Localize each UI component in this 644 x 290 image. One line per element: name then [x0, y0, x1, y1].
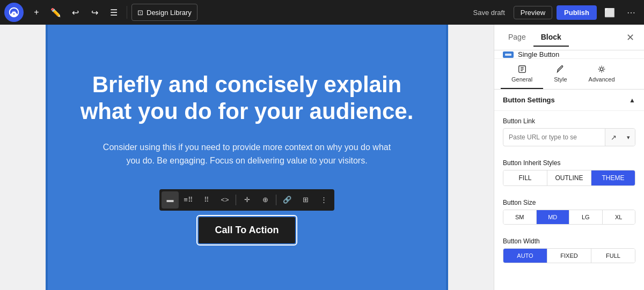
inherit-styles-group: FILL OUTLINE THEME — [503, 170, 635, 186]
panel-close-button[interactable]: ✕ — [623, 30, 638, 45]
layout-icon-button[interactable]: ⬜ — [601, 4, 618, 21]
cta-button[interactable]: Call To Action — [199, 217, 295, 243]
toolbar-button-add[interactable]: ⊕ — [257, 191, 274, 209]
canvas: Briefly and concisely explain what you d… — [46, 25, 448, 290]
block-type-label: Single Button — [518, 50, 559, 58]
style-label: Style — [554, 76, 567, 83]
size-label: Button Size — [494, 192, 644, 206]
width-label: Button Width — [494, 231, 644, 245]
topbar-right: Save draft Preview Publish ⬜ ⋯ — [469, 4, 640, 21]
block-type-row: Single Button — [494, 50, 644, 59]
svg-point-6 — [600, 68, 603, 70]
url-dropdown-icon[interactable]: ▾ — [622, 129, 635, 146]
tab-advanced[interactable]: Advanced — [578, 59, 626, 89]
collapse-button[interactable]: ▲ — [629, 96, 635, 104]
button-settings-header: Button Settings ▲ — [494, 90, 644, 111]
advanced-label: Advanced — [589, 76, 615, 83]
url-open-icon[interactable]: ↗ — [605, 129, 622, 146]
xl-button[interactable]: XL — [603, 210, 635, 224]
undo-button[interactable]: ↩ — [67, 4, 84, 21]
tab-block[interactable]: Block — [533, 28, 569, 47]
settings-title: Button Settings — [503, 96, 555, 104]
single-button-icon — [503, 51, 514, 58]
toolbar-button-link[interactable]: 🔗 — [279, 191, 296, 209]
size-group: SM MD LG XL — [503, 210, 635, 225]
design-library-icon: ⊡ — [137, 9, 143, 17]
canvas-subtext: Consider using this if you need to provi… — [97, 140, 397, 168]
block-toolbar: ▬ ≡⠿ ⠿ <> ✛ ⊕ 🔗 ⊞ ⋮ — [159, 189, 334, 211]
button-link-label: Button Link — [494, 111, 644, 125]
design-library-button[interactable]: ⊡ Design Library — [131, 4, 197, 21]
tab-page[interactable]: Page — [501, 28, 533, 47]
inherit-styles-label: Button Inherit Styles — [494, 153, 644, 167]
tab-style[interactable]: Style — [543, 59, 577, 89]
url-input[interactable] — [503, 130, 605, 145]
theme-button[interactable]: THEME — [591, 170, 635, 185]
divider — [127, 6, 127, 19]
url-input-row: ↗ ▾ — [503, 128, 635, 146]
fill-button[interactable]: FILL — [503, 170, 547, 185]
toolbar-button-move[interactable]: ✛ — [238, 191, 255, 209]
edit-button[interactable]: ✏️ — [47, 4, 64, 21]
canvas-right-border — [446, 25, 448, 290]
toolbar-button-code[interactable]: <> — [216, 191, 233, 209]
redo-button[interactable]: ↪ — [86, 4, 103, 21]
full-button[interactable]: FULL — [591, 249, 635, 263]
save-draft-button[interactable]: Save draft — [469, 6, 509, 19]
fixed-button[interactable]: FIXED — [547, 249, 591, 263]
canvas-heading: Briefly and concisely explain what you d… — [67, 71, 427, 125]
toolbar-button-align[interactable]: ≡⠿ — [180, 191, 197, 209]
tab-general[interactable]: General — [501, 59, 543, 89]
toolbar-button-block[interactable]: ▬ — [162, 191, 179, 209]
main-area: Briefly and concisely explain what you d… — [0, 25, 644, 290]
general-label: General — [511, 76, 532, 83]
outline-button[interactable]: OUTLINE — [547, 170, 591, 185]
sm-button[interactable]: SM — [503, 210, 537, 224]
lg-button[interactable]: LG — [569, 210, 603, 224]
more-options-button[interactable]: ⋯ — [623, 4, 640, 21]
topbar: + ✏️ ↩ ↪ ☰ ⊡ Design Library Save draft P… — [0, 0, 644, 25]
wp-logo[interactable] — [4, 3, 24, 22]
design-library-label: Design Library — [147, 9, 192, 17]
panel-icon-tabs: General Style Advanced — [494, 59, 644, 90]
canvas-wrapper: Briefly and concisely explain what you d… — [0, 25, 494, 290]
panel-tabs: Page Block ✕ — [494, 25, 644, 50]
toolbar-button-dots[interactable]: ⠿ — [198, 191, 215, 209]
toolbar-button-image[interactable]: ⊞ — [297, 191, 314, 209]
list-view-button[interactable]: ☰ — [105, 4, 122, 21]
publish-button[interactable]: Publish — [557, 5, 597, 20]
canvas-left-border — [46, 25, 48, 290]
toolbar-divider-1 — [236, 195, 236, 205]
right-panel: Page Block ✕ Single Button General — [494, 25, 644, 290]
auto-button[interactable]: AUTO — [503, 249, 547, 263]
md-button[interactable]: MD — [537, 210, 570, 224]
toolbar-button-more[interactable]: ⋮ — [315, 191, 332, 209]
add-button[interactable]: + — [28, 4, 45, 21]
preview-button[interactable]: Preview — [514, 6, 552, 19]
width-group: AUTO FIXED FULL — [503, 248, 635, 263]
toolbar-divider-2 — [276, 195, 276, 205]
svg-rect-1 — [505, 54, 511, 56]
